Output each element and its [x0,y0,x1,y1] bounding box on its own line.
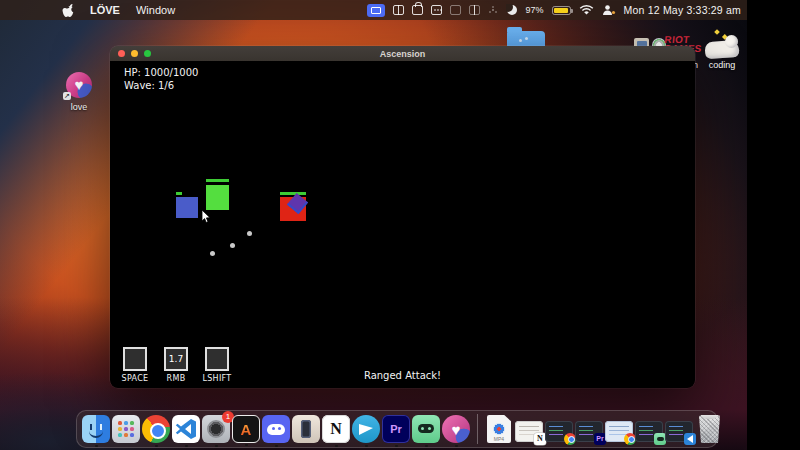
sparkle-status-icon[interactable] [488,3,498,17]
battery-icon[interactable] [552,6,571,15]
ability-slot-lshift: LSHIFT [205,347,229,371]
dock-minimized-window-streamlabs[interactable] [635,421,663,442]
premiere-glyph: Pr [390,423,402,435]
dock-icon-finder[interactable] [82,415,110,443]
projectile [230,243,235,248]
hp-bar [280,192,306,195]
desktop-icon-love-label[interactable]: love [52,102,106,112]
dock-icon-chrome[interactable] [142,415,170,443]
file-type-label: MP4 [487,436,511,442]
wifi-icon[interactable] [579,5,594,16]
heart-icon: ♥ [75,77,84,92]
hud: HP: 1000/1000 Wave: 1/6 [124,66,198,92]
dock-icon-love[interactable]: ♥ [442,415,470,443]
focus-moon-icon[interactable] [506,4,518,16]
battery-percent: 97% [526,5,544,15]
dock-icon-launchpad[interactable] [112,415,140,443]
ability-slot-space: SPACE [123,347,147,371]
menu-app-name[interactable]: LÖVE [90,4,120,16]
dock-minimized-window-chrome-dark[interactable] [545,421,573,442]
dock: 1 A N Pr ♥ MP4 N [76,410,718,448]
dock-minimized-window-premiere[interactable]: Pr [575,421,603,442]
ability-box-lshift [205,347,229,371]
screen-capture-icon[interactable] [367,4,385,17]
ability-cooldown-rmb: 1.7 [169,354,183,364]
window-manager-icon[interactable] [393,5,404,15]
display-icon[interactable] [469,5,480,15]
ability-box-rmb: 1.7 [164,347,188,371]
dock-icon-camera-app[interactable]: 1 [202,415,230,443]
dock-icon-ascension[interactable]: A [232,415,260,443]
menu-bar-clock[interactable]: Mon 12 May 3:33:29 am [624,4,741,16]
dock-icon-trash[interactable] [697,415,722,443]
screen-black-strip [747,0,800,450]
dock-minimized-window-vscode[interactable] [665,421,693,442]
coding-sticker-head [725,35,738,48]
dock-separator [477,414,478,444]
hp-text: HP: 1000/1000 [124,66,198,79]
desktop: ♥ ↗ love RIOT GAMES coding on LÖVE Windo… [0,0,800,450]
window-ascension: Ascension HP: 1000/1000 Wave: 1/6 SPACE [110,46,695,388]
dock-icon-telegram[interactable] [352,415,380,443]
vscode-icon [172,415,200,443]
wave-text: Wave: 1/6 [124,79,198,92]
dock-icon-notion[interactable]: N [322,415,350,443]
alias-arrow-icon: ↗ [63,92,71,100]
game-viewport[interactable]: HP: 1000/1000 Wave: 1/6 SPACE 1.7 [110,61,695,388]
notion-glyph: N [330,420,342,438]
dock-icon-streamlabs[interactable] [412,415,440,443]
menu-bar: LÖVE Window 97% Mon 12 May [0,0,747,20]
desktop-icon-coding[interactable] [703,32,741,60]
menu-bar-left: LÖVE Window [0,3,175,17]
heart-icon: ♥ [452,422,461,437]
ascension-glyph: A [241,421,252,438]
entity-player-blue [176,197,198,218]
entity-enemy-green [206,185,229,210]
dock-minimized-window-chrome-light[interactable] [605,421,633,442]
vscode-mini-icon [684,433,696,445]
dock-icon-vscode[interactable] [172,415,200,443]
user-switch-icon[interactable] [602,4,616,16]
lock-icon[interactable] [412,5,423,15]
hp-bar [206,179,229,182]
dock-icon-iphone-mirroring[interactable] [292,415,320,443]
window-title: Ascension [110,49,695,59]
hp-bar [176,192,182,195]
projectile [210,251,215,256]
app-status-icon[interactable] [431,5,442,15]
ability-box-space [123,347,147,371]
menu-item-window[interactable]: Window [136,4,175,16]
dock-minimized-window-notion[interactable]: N [515,421,543,442]
menu-bar-status: 97% Mon 12 May 3:33:29 am [367,3,747,17]
desktop-icon-coding-label[interactable]: coding [703,60,741,70]
keyboard-icon[interactable] [450,5,461,15]
window-titlebar[interactable]: Ascension [110,46,695,61]
status-text: Ranged Attack! [110,370,695,381]
mouse-cursor-icon [201,209,211,224]
ability-bar: SPACE 1.7 RMB LSHIFT [123,347,229,371]
dock-item-mp4-file[interactable]: MP4 [487,415,511,443]
projectile [247,231,252,236]
dock-icon-premiere[interactable]: Pr [382,415,410,443]
ability-slot-rmb: 1.7 RMB [164,347,188,371]
apple-logo-icon[interactable] [62,3,74,17]
dock-icon-discord[interactable] [262,415,290,443]
